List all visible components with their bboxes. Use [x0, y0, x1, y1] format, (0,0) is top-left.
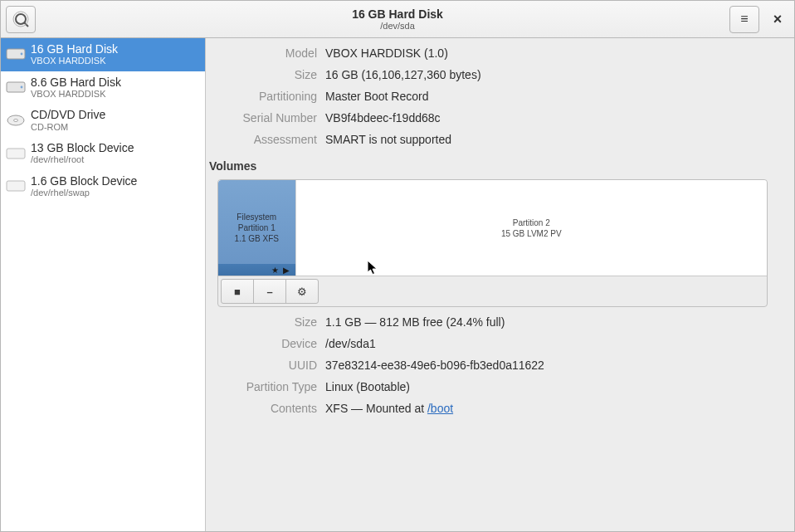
sidebar-item-2[interactable]: CD/DVD DriveCD-ROM — [1, 104, 205, 137]
value-size: 16 GB (16,106,127,360 bytes) — [325, 68, 779, 81]
sidebar-item-label: CD/DVD Drive — [31, 108, 198, 121]
partition-1[interactable]: Partition 215 GB LVM2 PV — [295, 180, 767, 276]
gears-icon: ⚙ — [297, 286, 307, 298]
sidebar-item-sub: VBOX HARDDISK — [31, 89, 198, 100]
label-vol-contents: Contents — [217, 402, 317, 415]
label-vol-device: Device — [217, 337, 317, 350]
sidebar-item-label: 16 GB Hard Disk — [31, 42, 198, 56]
sidebar-item-label: 1.6 GB Block Device — [31, 174, 198, 188]
stop-icon: ■ — [234, 286, 241, 298]
value-vol-size: 1.1 GB — 812 MB free (24.4% full) — [325, 315, 779, 329]
label-partitioning: Partitioning — [217, 90, 317, 103]
device-sidebar: 16 GB Hard DiskVBOX HARDDISK8.6 GB Hard … — [1, 38, 206, 531]
value-serial: VB9f4bdeec-f19dd68c — [325, 111, 779, 124]
main-panel: Model VBOX HARDDISK (1.0) Size 16 GB (16… — [206, 38, 794, 531]
value-vol-uuid: 37e83214-ee38-49e6-b096-fb3ed0a11622 — [325, 359, 779, 372]
label-vol-ptype: Partition Type — [217, 380, 317, 393]
label-model: Model — [217, 46, 317, 60]
hdd-icon — [6, 80, 26, 95]
headerbar-title-wrap: 16 GB Hard Disk /dev/sda — [352, 7, 443, 32]
sidebar-item-0[interactable]: 16 GB Hard DiskVBOX HARDDISK — [1, 38, 205, 71]
volumes-strip: FilesystemPartition 11.1 GB XFS★ ▶Partit… — [218, 180, 767, 276]
volumes-box: FilesystemPartition 11.1 GB XFS★ ▶Partit… — [217, 179, 768, 307]
label-vol-uuid: UUID — [217, 359, 317, 372]
optical-icon — [6, 113, 26, 128]
sidebar-item-3[interactable]: 13 GB Block Device/dev/rhel/root — [1, 137, 205, 170]
label-serial: Serial Number — [217, 111, 317, 124]
remove-button[interactable]: – — [253, 279, 286, 304]
value-vol-contents: XFS — Mounted at /boot — [325, 402, 779, 415]
partition-label: Partition 215 GB LVM2 PV — [498, 214, 565, 242]
menu-button[interactable]: ≡ — [729, 6, 759, 33]
sidebar-item-1[interactable]: 8.6 GB Hard DiskVBOX HARDDISK — [1, 71, 205, 105]
block-icon — [6, 146, 26, 161]
stop-button[interactable]: ■ — [221, 279, 254, 304]
volume-detail-grid: Size 1.1 GB — 812 MB free (24.4% full) D… — [217, 315, 779, 415]
close-button[interactable]: × — [766, 7, 789, 31]
minus-icon: – — [266, 286, 272, 298]
disk-info-grid: Model VBOX HARDDISK (1.0) Size 16 GB (16… — [217, 46, 779, 146]
inspect-button[interactable] — [6, 6, 36, 33]
window-subtitle: /dev/sda — [352, 21, 443, 32]
value-assessment: SMART is not supported — [325, 133, 779, 146]
value-vol-ptype: Linux (Bootable) — [325, 380, 779, 393]
volumes-toolbar: ■ – ⚙ — [218, 276, 767, 306]
settings-button[interactable]: ⚙ — [285, 279, 319, 304]
label-size: Size — [217, 68, 317, 81]
headerbar: 16 GB Hard Disk /dev/sda ≡ × — [1, 1, 794, 38]
value-vol-device: /dev/sda1 — [325, 337, 779, 350]
partition-indicators: ★ ▶ — [271, 265, 290, 276]
contents-text: XFS — Mounted at — [325, 402, 427, 415]
volumes-heading: Volumes — [209, 159, 779, 173]
label-assessment: Assessment — [217, 133, 317, 146]
sidebar-item-sub: /dev/rhel/swap — [31, 188, 198, 198]
sidebar-item-sub: CD-ROM — [31, 122, 198, 133]
close-icon: × — [773, 11, 783, 28]
window-title: 16 GB Hard Disk — [352, 7, 443, 21]
hamburger-icon: ≡ — [740, 12, 748, 27]
sidebar-item-label: 8.6 GB Hard Disk — [31, 76, 198, 89]
sidebar-item-sub: VBOX HARDDISK — [31, 56, 198, 66]
sidebar-item-4[interactable]: 1.6 GB Block Device/dev/rhel/swap — [1, 170, 205, 203]
sidebar-item-sub: /dev/rhel/root — [31, 154, 198, 165]
value-partitioning: Master Boot Record — [325, 90, 779, 103]
partition-0[interactable]: FilesystemPartition 11.1 GB XFS★ ▶ — [218, 180, 295, 276]
magnifier-icon — [12, 11, 29, 27]
block-icon — [6, 178, 26, 193]
value-model: VBOX HARDDISK (1.0) — [325, 46, 779, 60]
mount-point-link[interactable]: /boot — [427, 402, 453, 415]
sidebar-item-label: 13 GB Block Device — [31, 141, 198, 154]
hdd-icon — [6, 46, 26, 61]
partition-label: FilesystemPartition 11.1 GB XFS — [232, 208, 282, 247]
label-vol-size: Size — [217, 315, 317, 329]
